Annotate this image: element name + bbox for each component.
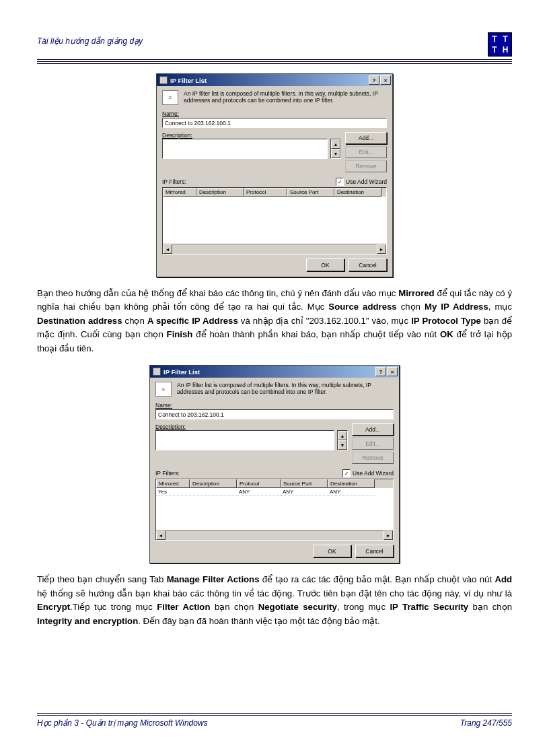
name-input[interactable] <box>155 409 394 419</box>
cancel-button[interactable]: Cancel <box>349 259 387 271</box>
logo-cell: T <box>490 34 499 44</box>
scrollbar[interactable]: ▲ ▼ <box>330 139 341 159</box>
add-button[interactable]: Add... <box>352 423 394 436</box>
description-label: Description: <box>155 423 348 430</box>
cancel-button[interactable]: Cancel <box>355 545 394 557</box>
ok-button[interactable]: OK <box>306 259 344 271</box>
dialog-intro-text: An IP filter list is composed of multipl… <box>177 382 394 395</box>
logo-cell: T <box>501 34 510 44</box>
col-destination[interactable]: Destination <box>334 188 381 197</box>
use-add-wizard-label: Use Add Wizard <box>353 470 394 477</box>
scroll-down-icon[interactable]: ▼ <box>331 149 340 158</box>
ip-filters-label: IP Filters: <box>155 470 180 477</box>
help-button[interactable]: ? <box>369 75 379 85</box>
col-description[interactable]: Description <box>196 188 244 197</box>
header-rule-thin <box>37 63 512 64</box>
paragraph-2: Tiếp theo bạn chuyển sang Tab Manage Fil… <box>37 573 512 628</box>
horizontal-scrollbar[interactable]: ◄ ► <box>163 244 386 254</box>
col-protocol[interactable]: Protocol <box>244 188 287 197</box>
col-mirrored[interactable]: Mirrored <box>163 188 196 197</box>
cell-protocol: ANY <box>237 488 281 496</box>
cell-description <box>190 488 237 496</box>
col-protocol[interactable]: Protocol <box>237 479 281 488</box>
col-destination[interactable]: Destination <box>328 479 375 488</box>
name-input[interactable] <box>162 118 387 128</box>
footer-rule <box>37 713 512 716</box>
name-label: Name: <box>162 110 387 117</box>
edit-button: Edit... <box>352 438 394 450</box>
filters-grid[interactable]: Mirrored Description Protocol Source Por… <box>155 479 394 541</box>
filters-grid[interactable]: Mirrored Description Protocol Source Por… <box>162 187 387 254</box>
col-source-port[interactable]: Source Port <box>281 479 328 488</box>
help-button[interactable]: ? <box>375 367 386 376</box>
col-mirrored[interactable]: Mirrored <box>156 479 190 488</box>
filter-list-icon: ≡ <box>162 90 178 105</box>
use-add-wizard-checkbox[interactable]: ✓ Use Add Wizard <box>342 469 394 477</box>
name-label: Name: <box>155 402 394 409</box>
description-label: Description: <box>162 132 341 139</box>
scroll-up-icon[interactable]: ▲ <box>331 139 340 149</box>
logo-cell: H <box>501 45 510 55</box>
scroll-down-icon[interactable]: ▼ <box>338 440 347 450</box>
logo: T T T H <box>488 32 512 57</box>
table-row[interactable]: Yes ANY ANY ANY <box>156 488 393 496</box>
logo-cell: T <box>490 45 499 55</box>
use-add-wizard-label: Use Add Wizard <box>346 178 387 185</box>
footer-page-number: Trang 247/555 <box>460 718 512 728</box>
cell-source-port: ANY <box>281 488 328 496</box>
horizontal-scrollbar[interactable]: ◄ ► <box>156 530 393 540</box>
add-button[interactable]: Add... <box>345 132 387 144</box>
use-add-wizard-checkbox[interactable]: ✓ Use Add Wizard <box>336 178 387 186</box>
titlebar[interactable]: IP Filter List ? × <box>157 74 392 86</box>
cell-destination: ANY <box>328 488 375 496</box>
checkbox-icon: ✓ <box>342 469 351 477</box>
titlebar[interactable]: IP Filter List ? × <box>150 366 399 378</box>
ok-button[interactable]: OK <box>313 545 351 557</box>
dialog-icon <box>159 76 168 84</box>
scroll-right-icon[interactable]: ► <box>377 244 386 254</box>
dialog-title: IP Filter List <box>170 77 207 84</box>
scrollbar[interactable]: ▲ ▼ <box>337 430 348 450</box>
paragraph-1: Bạn theo hướng dẫn của hệ thống để khai … <box>37 287 512 355</box>
checkbox-icon: ✓ <box>336 178 344 186</box>
dialog-icon <box>153 368 161 376</box>
footer-left: Học phần 3 - Quản trị mạng Microsoft Win… <box>37 718 208 728</box>
dialog-title: IP Filter List <box>163 368 200 376</box>
edit-button: Edit... <box>345 146 387 158</box>
ip-filter-list-dialog-1: IP Filter List ? × ≡ An IP filter list i… <box>156 73 393 277</box>
remove-button: Remove <box>352 452 394 464</box>
ip-filter-list-dialog-2: IP Filter List ? × ≡ An IP filter list i… <box>149 365 400 563</box>
scroll-left-icon[interactable]: ◄ <box>156 530 166 540</box>
page-header-title: Tài liệu hướng dẫn giảng dạy <box>37 32 143 46</box>
scroll-up-icon[interactable]: ▲ <box>338 431 347 440</box>
header-rule <box>37 59 512 62</box>
close-button[interactable]: × <box>380 75 391 85</box>
scroll-left-icon[interactable]: ◄ <box>163 244 172 254</box>
scroll-right-icon[interactable]: ► <box>383 530 393 540</box>
remove-button: Remove <box>345 160 387 172</box>
col-description[interactable]: Description <box>190 479 237 488</box>
description-input[interactable] <box>155 430 334 450</box>
close-button[interactable]: × <box>387 367 398 376</box>
filter-list-icon: ≡ <box>155 382 172 397</box>
dialog-intro-text: An IP filter list is composed of multipl… <box>184 90 387 104</box>
ip-filters-label: IP Filters: <box>162 178 186 185</box>
col-source-port[interactable]: Source Port <box>287 188 334 197</box>
description-input[interactable] <box>162 139 328 159</box>
cell-mirrored: Yes <box>156 488 190 496</box>
